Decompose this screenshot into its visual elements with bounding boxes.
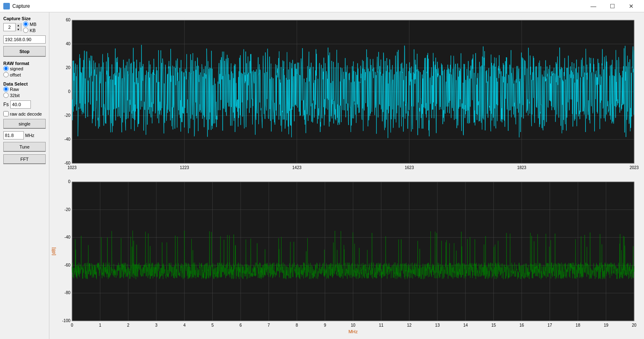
offset-label: offset <box>10 72 21 77</box>
size-unit-group: MB KB <box>23 21 37 33</box>
freq-input[interactable] <box>3 131 24 139</box>
spinner-down[interactable]: ▼ <box>15 27 21 31</box>
close-button[interactable]: ✕ <box>622 0 641 12</box>
capture-size-label: Capture Size <box>3 16 31 21</box>
kb-radio-row: KB <box>23 28 37 33</box>
app-icon <box>3 3 10 9</box>
signed-radio-row: signed <box>3 66 46 71</box>
title-bar-title: Capture <box>12 3 30 9</box>
mb-radio-row: MB <box>23 21 37 27</box>
title-bar-controls: — ☐ ✕ <box>584 0 641 12</box>
capture-size-input[interactable] <box>4 23 15 31</box>
stop-button[interactable]: Stop <box>3 46 46 57</box>
fs-label: Fs <box>3 102 9 107</box>
capture-size-row: ▲ ▼ MB KB <box>3 21 46 33</box>
data-select-section: Data Select Raw 32bit <box>3 80 46 98</box>
signed-radio[interactable] <box>3 66 9 71</box>
offset-radio[interactable] <box>3 72 9 77</box>
raw-adc-decode-row: raw adc decode <box>3 111 46 116</box>
mhz-label: MHz <box>25 133 35 138</box>
raw-format-label: RAW format <box>3 61 46 66</box>
ip-input[interactable] <box>3 35 46 44</box>
bit32-radio[interactable] <box>3 93 9 98</box>
mb-radio[interactable] <box>23 21 28 27</box>
kb-radio[interactable] <box>23 28 28 33</box>
bottom-chart <box>49 176 642 337</box>
raw-format-section: RAW format signed offset <box>3 59 46 77</box>
fft-button[interactable]: FFT <box>3 154 46 164</box>
fs-row: Fs <box>3 100 46 109</box>
capture-size-section: Capture Size ▲ ▼ MB KB <box>3 16 46 33</box>
sidebar: Capture Size ▲ ▼ MB KB <box>0 12 49 339</box>
charts-area <box>49 12 644 339</box>
mhz-row: MHz <box>3 131 46 139</box>
spinner-buttons: ▲ ▼ <box>15 23 21 31</box>
signed-label: signed <box>10 66 23 71</box>
maximize-button[interactable]: ☐ <box>603 0 622 12</box>
raw-radio-row: Raw <box>3 86 46 92</box>
data-select-group: Raw 32bit <box>3 86 46 98</box>
raw-format-group: signed offset <box>3 66 46 77</box>
capture-size-spinner[interactable]: ▲ ▼ <box>3 23 21 31</box>
title-bar: Capture — ☐ ✕ <box>0 0 644 12</box>
top-chart-container <box>49 14 642 176</box>
fs-input[interactable] <box>10 100 31 109</box>
single-button[interactable]: single <box>3 119 46 129</box>
main-layout: Capture Size ▲ ▼ MB KB <box>0 12 644 339</box>
raw-radio[interactable] <box>3 86 9 92</box>
kb-label: KB <box>30 28 36 33</box>
data-select-label: Data Select <box>3 81 46 86</box>
raw-adc-decode-checkbox[interactable] <box>3 111 9 116</box>
spinner-up[interactable]: ▲ <box>15 23 21 27</box>
bit32-label: 32bit <box>10 93 20 98</box>
title-bar-left: Capture <box>3 3 30 9</box>
offset-radio-row: offset <box>3 72 46 77</box>
tune-button[interactable]: Tune <box>3 142 46 152</box>
bottom-chart-container <box>49 176 642 337</box>
minimize-button[interactable]: — <box>584 0 603 12</box>
raw-adc-decode-label: raw adc decode <box>10 111 42 116</box>
top-chart <box>49 14 642 176</box>
mb-label: MB <box>30 22 37 27</box>
bit32-radio-row: 32bit <box>3 93 46 98</box>
raw-label: Raw <box>10 87 19 92</box>
